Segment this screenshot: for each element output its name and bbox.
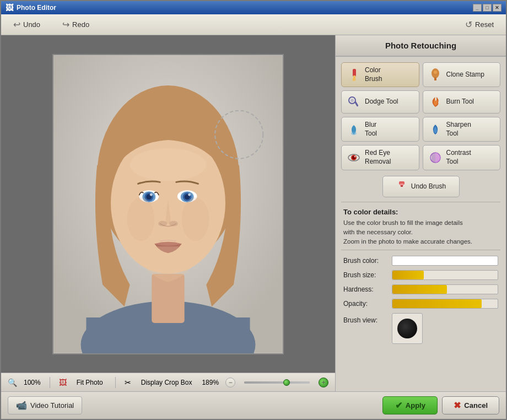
separator1 bbox=[50, 377, 50, 388]
brush-preview bbox=[392, 313, 423, 344]
brush-circle bbox=[397, 319, 417, 338]
svg-point-29 bbox=[434, 71, 437, 74]
maximize-button[interactable]: □ bbox=[483, 4, 492, 12]
close-button[interactable]: ✕ bbox=[493, 4, 501, 12]
hardness-label: Hardness: bbox=[343, 286, 392, 293]
svg-point-37 bbox=[354, 155, 356, 157]
video-tutorial-button[interactable]: 📹 Video Tutorial bbox=[8, 396, 82, 414]
undo-brush-label: Undo Brush bbox=[411, 182, 446, 190]
dodge-tool-button[interactable]: Dodge Tool bbox=[341, 90, 419, 114]
color-brush-label: ColorBrush bbox=[365, 66, 382, 83]
red-eye-icon bbox=[346, 150, 362, 165]
zoom-slider-track bbox=[244, 381, 310, 384]
zoom-slider-thumb[interactable] bbox=[283, 379, 290, 386]
color-brush-icon bbox=[346, 67, 362, 83]
hardness-fill bbox=[392, 285, 447, 294]
title-bar: 🖼 Photo Editor _ □ ✕ bbox=[1, 1, 506, 14]
cancel-label: Cancel bbox=[464, 401, 488, 410]
burn-tool-icon bbox=[428, 94, 443, 110]
opacity-fill bbox=[392, 299, 482, 308]
canvas-container[interactable] bbox=[1, 35, 335, 373]
separator2 bbox=[115, 377, 116, 388]
opacity-row: Opacity: bbox=[343, 299, 498, 309]
zoom-percent: 100% bbox=[24, 379, 41, 386]
sharpen-tool-icon bbox=[428, 122, 443, 137]
right-bottom: ✔ Apply ✖ Cancel bbox=[382, 396, 499, 414]
apply-label: Apply bbox=[406, 401, 425, 410]
dodge-tool-label: Dodge Tool bbox=[365, 98, 398, 106]
redo-icon: ↪ bbox=[62, 19, 69, 30]
divider1 bbox=[341, 202, 500, 202]
divider2 bbox=[341, 250, 500, 250]
zoom-out-button[interactable]: − bbox=[225, 378, 235, 387]
display-crop-button[interactable]: Display Crop Box bbox=[138, 378, 196, 387]
clone-stamp-button[interactable]: Clone Stamp bbox=[423, 62, 501, 87]
blur-tool-label: BlurTool bbox=[365, 121, 377, 138]
brush-size-label: Brush size: bbox=[343, 271, 392, 279]
brush-size-row: Brush size: bbox=[343, 270, 498, 280]
brush-size-fill bbox=[392, 271, 424, 279]
main-window: 🖼 Photo Editor _ □ ✕ ↩ Undo ↪ Redo ↺ Res… bbox=[0, 0, 507, 420]
contrast-tool-button[interactable]: ContrastTool bbox=[423, 145, 501, 170]
video-icon: 📹 bbox=[16, 400, 27, 411]
burn-tool-label: Burn Tool bbox=[446, 98, 474, 106]
window-title: Photo Editor bbox=[17, 4, 56, 12]
svg-rect-41 bbox=[401, 185, 403, 187]
svg-point-32 bbox=[350, 99, 354, 102]
brush-view-row: Brush view: bbox=[343, 313, 498, 344]
svg-rect-24 bbox=[353, 69, 356, 77]
brush-color-row: Brush color: bbox=[343, 256, 498, 266]
brush-color-fill bbox=[392, 256, 498, 265]
brush-size-bar[interactable] bbox=[392, 270, 498, 280]
bottom-bar: 📹 Video Tutorial ✔ Apply ✖ Cancel bbox=[1, 391, 506, 419]
info-text: Use the color brush to fill the image de… bbox=[343, 218, 498, 247]
reset-button[interactable]: ↺ Reset bbox=[460, 18, 499, 31]
left-bottom: 📹 Video Tutorial bbox=[8, 396, 382, 414]
zoom-icon: 🔍 bbox=[8, 378, 17, 387]
contrast-tool-label: ContrastTool bbox=[446, 149, 471, 166]
photo-canvas[interactable] bbox=[53, 55, 283, 353]
svg-point-26 bbox=[353, 78, 356, 81]
cancel-button[interactable]: ✖ Cancel bbox=[442, 396, 499, 414]
zoom-slider[interactable] bbox=[244, 381, 310, 384]
red-eye-button[interactable]: Red EyeRemoval bbox=[341, 145, 419, 170]
undo-brush-row: Undo Brush bbox=[336, 174, 506, 201]
brush-color-label: Brush color: bbox=[343, 257, 392, 265]
apply-check-icon: ✔ bbox=[395, 400, 402, 411]
burn-tool-button[interactable]: Burn Tool bbox=[423, 90, 501, 114]
color-brush-button[interactable]: ColorBrush bbox=[341, 62, 419, 87]
video-tutorial-label: Video Tutorial bbox=[30, 401, 74, 410]
window-controls: _ □ ✕ bbox=[473, 4, 501, 12]
undo-button[interactable]: ↩ Undo bbox=[8, 18, 46, 31]
brush-view-label: Brush view: bbox=[343, 313, 392, 324]
dodge-tool-icon bbox=[346, 94, 362, 110]
svg-point-18 bbox=[188, 193, 191, 196]
sharpen-tool-button[interactable]: SharpenTool bbox=[423, 117, 501, 142]
hardness-bar[interactable] bbox=[392, 284, 498, 294]
svg-point-8 bbox=[130, 148, 207, 180]
fit-photo-button[interactable]: Fit Photo bbox=[73, 378, 106, 387]
canvas-area: 🔍 100% 🖼 Fit Photo ✂ Display Crop Box 18… bbox=[1, 35, 335, 391]
crop-icon: ✂ bbox=[125, 378, 131, 387]
zoom-value: 189% bbox=[202, 379, 219, 386]
opacity-label: Opacity: bbox=[343, 300, 392, 308]
undo-brush-button[interactable]: Undo Brush bbox=[382, 176, 460, 197]
reset-icon: ↺ bbox=[465, 19, 472, 30]
svg-point-13 bbox=[150, 193, 153, 196]
minimize-button[interactable]: _ bbox=[473, 4, 482, 12]
redo-button[interactable]: ↪ Redo bbox=[57, 18, 95, 31]
blur-tool-button[interactable]: BlurTool bbox=[341, 117, 419, 142]
opacity-bar[interactable] bbox=[392, 299, 498, 309]
undo-brush-icon bbox=[396, 180, 408, 193]
brush-color-bar[interactable] bbox=[392, 256, 498, 266]
clone-stamp-icon bbox=[428, 67, 443, 83]
contrast-tool-icon bbox=[428, 150, 443, 165]
zoom-in-button[interactable]: + bbox=[319, 378, 328, 387]
svg-point-21 bbox=[127, 197, 155, 241]
sharpen-tool-label: SharpenTool bbox=[446, 121, 471, 138]
right-panel: Photo Retouching ColorBrush bbox=[335, 35, 506, 391]
apply-button[interactable]: ✔ Apply bbox=[382, 396, 438, 414]
red-eye-label: Red EyeRemoval bbox=[365, 149, 391, 166]
svg-point-22 bbox=[182, 197, 209, 241]
panel-title: Photo Retouching bbox=[336, 35, 506, 57]
